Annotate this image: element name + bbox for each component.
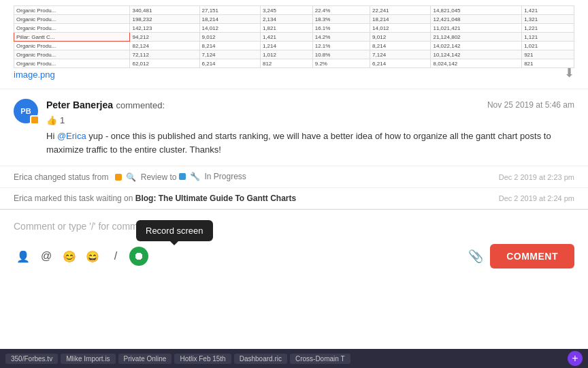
comment-likes[interactable]: 👍 1 (46, 115, 574, 125)
taskbar-item-4[interactable]: Dashboard.ric (234, 354, 287, 364)
comment-placeholder[interactable]: Comment or type '/' for commands (14, 217, 574, 239)
taskbar: 350/Forbes.tv Mlike Import.is Private On… (0, 349, 588, 368)
taskbar-item-3[interactable]: Hotlix Feb 15th (174, 354, 231, 364)
download-icon[interactable]: ⬇ (564, 65, 574, 80)
comment-block: PB Peter Banerjea commented: Nov 25 2019… (0, 89, 588, 166)
at-icon[interactable]: @ (37, 247, 56, 266)
activity-text-1: Erica changed status from 🔍 Review to 🔧 … (14, 172, 485, 182)
activity-link[interactable]: Blog: The Ultimate Guide To Gantt Charts (135, 194, 296, 203)
comment-button[interactable]: COMMENT (490, 244, 574, 269)
activity-item-2: Erica marked this task waiting on Blog: … (0, 188, 588, 209)
person-icon[interactable]: 👤 (14, 247, 33, 266)
activity-time-1: Dec 2 2019 at 2:23 pm (499, 173, 574, 181)
status-from: 🔍 Review (111, 172, 167, 182)
attach-icon[interactable]: 📎 (468, 249, 483, 264)
comment-author: Peter Banerjea (46, 99, 113, 110)
taskbar-item-0[interactable]: 350/Forbes.tv (5, 354, 58, 364)
main-container: Organic Produ...340,48127,1513,24522.4%2… (0, 0, 588, 368)
taskbar-item-1[interactable]: Mlike Import.is (61, 354, 115, 364)
toolbar-icons: 👤 @ 😊 😄 / ⏺ (14, 247, 148, 266)
taskbar-item-2[interactable]: Private Online (118, 354, 172, 364)
avatar-badge (30, 115, 39, 125)
emoji-happy-icon[interactable]: 😊 (60, 247, 79, 266)
comment-text: Hi @Erica yup - once this is published a… (46, 129, 574, 156)
comment-meta: Peter Banerjea commented: (46, 99, 165, 111)
taskbar-item-5[interactable]: Cross-Domain T (290, 354, 350, 364)
comment-toolbar: 👤 @ 😊 😄 / ⏺ Record screen ☞ 📎 COMMENT (14, 244, 574, 269)
emoji-smile-icon[interactable]: 😄 (83, 247, 102, 266)
record-tooltip: Record screen (136, 220, 213, 241)
status-to: 🔧 In Progress (179, 172, 246, 181)
activity-time-2: Dec 2 2019 at 2:24 pm (499, 194, 574, 202)
mention-erica: @Erica (57, 131, 86, 141)
image-filename[interactable]: image.png (14, 70, 55, 80)
activity-item-1: Erica changed status from 🔍 Review to 🔧 … (0, 166, 588, 188)
like-count: 1 (60, 115, 65, 125)
avatar: PB (14, 99, 38, 123)
thumbs-up-icon: 👍 (46, 115, 57, 125)
toolbar-right: 📎 COMMENT (468, 244, 574, 269)
new-tab-button[interactable]: + (568, 351, 583, 366)
comment-action: commented: (116, 100, 165, 110)
spreadsheet-table: Organic Produ...340,48127,1513,24522.4%2… (14, 5, 574, 68)
comment-content: Peter Banerjea commented: Nov 25 2019 at… (46, 99, 574, 156)
comment-input-area: Comment or type '/' for commands 👤 @ 😊 😄… (0, 209, 588, 349)
comment-timestamp: Nov 25 2019 at 5:46 am (487, 100, 574, 110)
image-attachment: Organic Produ...340,48127,1513,24522.4%2… (0, 0, 588, 89)
record-screen-icon[interactable]: ⏺ (129, 247, 148, 266)
slash-command-icon[interactable]: / (106, 247, 125, 266)
activity-text-2: Erica marked this task waiting on Blog: … (14, 194, 485, 203)
comment-header: Peter Banerjea commented: Nov 25 2019 at… (46, 99, 574, 111)
